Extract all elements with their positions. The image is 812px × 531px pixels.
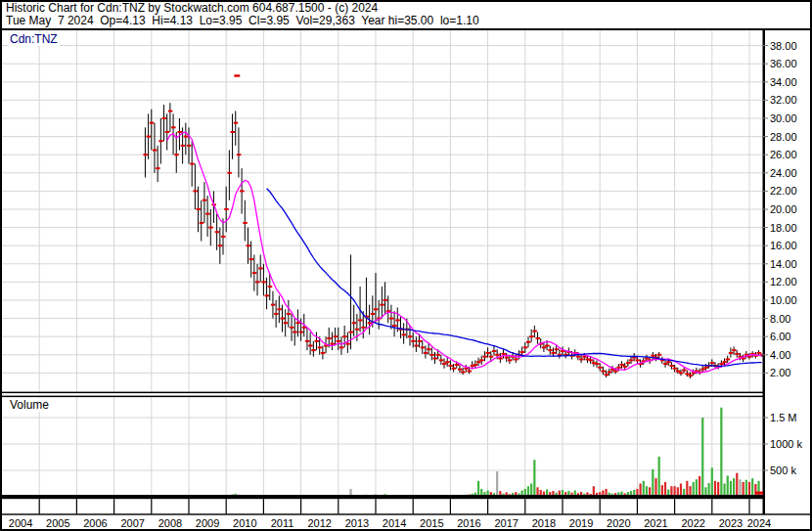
- year-label: 2007: [120, 517, 144, 529]
- year-label: 2010: [233, 517, 256, 529]
- close-tick: [227, 172, 232, 174]
- volume-bar: [733, 478, 735, 497]
- price-axis-label: 16.00: [770, 240, 797, 251]
- close-tick: [685, 373, 690, 375]
- close-tick: [184, 136, 189, 138]
- year-label: 2008: [158, 517, 182, 529]
- year-tick: [637, 499, 638, 514]
- close-tick: [287, 313, 292, 315]
- year-label: 2019: [569, 517, 593, 529]
- close-tick: [673, 368, 678, 370]
- year-label: 2021: [644, 517, 667, 529]
- close-tick: [305, 340, 310, 342]
- close-tick: [418, 340, 423, 342]
- year-label: 2013: [345, 517, 369, 529]
- year-label: 2015: [420, 517, 443, 529]
- year-tick: [76, 499, 77, 514]
- volume-bar: [693, 482, 695, 497]
- close-tick: [595, 363, 600, 365]
- close-tick: [237, 154, 242, 155]
- close-tick: [482, 356, 487, 358]
- close-tick: [345, 343, 350, 345]
- close-tick: [495, 354, 500, 356]
- close-tick: [421, 346, 426, 348]
- year-label: 2012: [307, 517, 331, 529]
- price-axis-label: 34.00: [770, 76, 797, 88]
- close-tick: [197, 208, 202, 210]
- close-tick: [669, 365, 674, 367]
- year-tick: [263, 499, 264, 514]
- close-tick: [542, 346, 547, 348]
- close-tick: [174, 154, 179, 155]
- volume-bar: [477, 481, 479, 497]
- axis-strip-bottom-line: [2, 513, 810, 514]
- close-tick: [308, 345, 313, 347]
- volume-bar: [699, 476, 700, 497]
- price-axis-label: 26.00: [770, 149, 797, 160]
- close-tick: [548, 349, 553, 351]
- price-axis-label: 32.00: [770, 94, 797, 106]
- close-tick: [315, 340, 320, 342]
- close-tick: [240, 190, 245, 192]
- close-tick: [474, 364, 478, 366]
- close-tick: [339, 346, 344, 348]
- close-tick: [190, 163, 195, 165]
- close-tick: [427, 348, 431, 350]
- volume-bar: [533, 460, 535, 497]
- year-tick: [524, 499, 525, 514]
- close-tick: [735, 353, 740, 355]
- year-tick: [375, 499, 376, 514]
- price-axis-label: 30.00: [770, 112, 797, 124]
- volume-bar: [739, 479, 741, 497]
- close-tick: [243, 222, 248, 224]
- year-tick: [748, 499, 749, 514]
- year-tick: [562, 499, 563, 514]
- close-tick: [442, 363, 447, 365]
- close-tick: [355, 329, 360, 331]
- volume-bar: [643, 481, 645, 497]
- close-tick: [689, 375, 694, 376]
- quote-summary-line: Tue May 7 2024 Op=4.13 Hi=4.13 Lo=3.95 C…: [6, 15, 479, 27]
- close-tick: [663, 363, 668, 365]
- close-tick: [666, 361, 671, 363]
- close-tick: [700, 369, 705, 371]
- year-tick: [674, 499, 675, 514]
- close-tick: [318, 346, 323, 348]
- close-tick: [342, 335, 347, 337]
- volume-bar: [639, 484, 641, 498]
- close-tick: [234, 122, 239, 124]
- close-tick: [505, 357, 510, 359]
- close-tick: [187, 145, 192, 147]
- close-tick: [729, 352, 734, 354]
- close-tick: [703, 367, 708, 369]
- volume-bar: [496, 471, 498, 497]
- volume-bar: [743, 482, 744, 497]
- close-tick: [551, 352, 556, 354]
- close-tick: [601, 371, 606, 373]
- price-pane-bottom-border: [2, 392, 765, 394]
- current-volume-marker: [755, 492, 763, 495]
- volume-bar: [658, 457, 660, 497]
- volume-bar: [720, 408, 722, 497]
- close-tick: [458, 369, 463, 371]
- year-tick: [300, 499, 301, 514]
- volume-bar: [748, 482, 750, 497]
- year-label: 2011: [271, 517, 294, 529]
- close-tick: [181, 145, 186, 147]
- close-tick: [436, 354, 441, 356]
- close-tick: [221, 236, 226, 238]
- plot-right-border: [763, 30, 766, 514]
- close-tick: [290, 327, 294, 329]
- close-tick: [162, 117, 167, 119]
- price-axis-label: 20.00: [770, 203, 797, 215]
- year-label: 2006: [83, 517, 107, 529]
- volume-bar: [654, 478, 656, 497]
- close-tick: [311, 349, 316, 351]
- close-tick: [589, 359, 594, 361]
- close-tick: [710, 362, 715, 364]
- year-tick: [113, 499, 114, 514]
- close-tick: [255, 281, 260, 283]
- year-tick: [450, 499, 451, 514]
- close-tick: [445, 361, 450, 363]
- close-tick: [299, 332, 304, 333]
